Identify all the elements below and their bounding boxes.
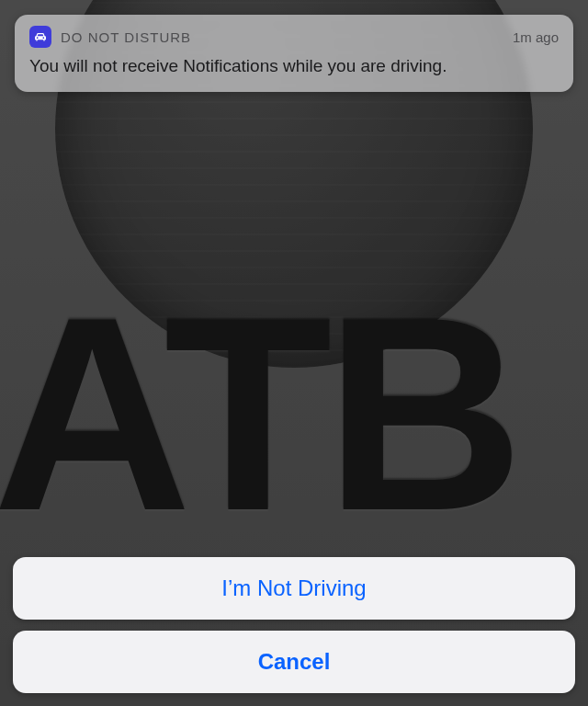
dnd-notification-banner[interactable]: DO NOT DISTURB 1m ago You will not recei… <box>15 15 573 92</box>
notification-app-name: DO NOT DISTURB <box>61 29 191 45</box>
not-driving-button[interactable]: I’m Not Driving <box>13 557 575 620</box>
notification-timestamp: 1m ago <box>513 29 559 45</box>
notification-header: DO NOT DISTURB 1m ago <box>29 26 559 48</box>
notification-message: You will not receive Notifications while… <box>29 55 559 77</box>
cancel-button[interactable]: Cancel <box>13 631 575 693</box>
driving-action-sheet: I’m Not Driving Cancel <box>13 557 575 693</box>
car-icon <box>29 26 51 48</box>
